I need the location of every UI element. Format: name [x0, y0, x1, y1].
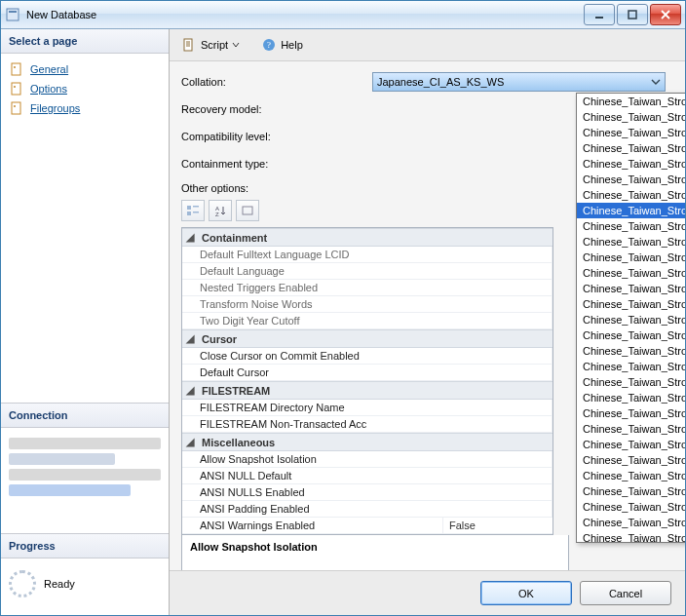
propgrid-row[interactable]: Default Cursor — [182, 365, 553, 381]
page-icon — [9, 100, 24, 116]
connection-info-line — [9, 484, 131, 496]
property-grid[interactable]: ◢ContainmentDefault Fulltext Language LC… — [181, 227, 553, 535]
dropdown-item[interactable]: Chinese_Taiwan_Stroke_90_CS_AI_KS_SC — [577, 94, 685, 109]
propgrid-row[interactable]: FILESTREAM Directory Name — [182, 400, 553, 416]
dropdown-item[interactable]: Chinese_Taiwan_Stroke_90_CS_AS_WS_SC — [577, 312, 685, 327]
property-pages-button[interactable] — [236, 200, 259, 221]
propgrid-row[interactable]: ANSI NULL Default — [182, 468, 553, 484]
window-title: New Database — [26, 9, 582, 20]
propgrid-row-name: Allow Snapshot Isolation — [182, 451, 553, 467]
propgrid-row[interactable]: Transform Noise Words — [182, 296, 553, 313]
dropdown-item[interactable]: Chinese_Taiwan_Stroke_CS_AI — [577, 483, 685, 499]
propgrid-row-name: Default Language — [182, 263, 553, 279]
dropdown-item[interactable]: Chinese_Taiwan_Stroke_90_CS_AS_KS — [577, 218, 685, 234]
categorized-view-button[interactable] — [181, 200, 205, 221]
svg-text:Z: Z — [215, 212, 219, 216]
collapse-icon: ◢ — [186, 384, 198, 397]
svg-point-9 — [14, 105, 16, 107]
svg-point-5 — [14, 66, 16, 68]
dropdown-item[interactable]: Chinese_Taiwan_Stroke_CS_AI_KS — [577, 499, 685, 515]
collation-dropdown-list[interactable]: Chinese_Taiwan_Stroke_90_CS_AI_KS_SCChin… — [577, 94, 685, 542]
propgrid-category[interactable]: ◢Miscellaneous — [182, 433, 553, 451]
dropdown-item[interactable]: Chinese_Taiwan_Stroke_90_CS_AI_SC — [577, 140, 685, 156]
dropdown-item[interactable]: Chinese_Taiwan_Stroke_90_CS_AI_WS_SC — [577, 172, 685, 187]
sidebar-page-item[interactable]: General — [5, 59, 165, 79]
collapse-icon: ◢ — [186, 332, 198, 345]
propgrid-row[interactable]: ANSI Padding Enabled — [182, 501, 553, 518]
dropdown-item[interactable]: Chinese_Taiwan_Stroke_BIN2 — [577, 343, 685, 359]
dropdown-item[interactable]: Chinese_Taiwan_Stroke_CI_AS_KS_WS — [577, 452, 685, 468]
alphabetical-view-button[interactable]: AZ — [209, 200, 232, 221]
svg-rect-3 — [629, 11, 636, 19]
dropdown-item[interactable]: Chinese_Taiwan_Stroke_CS_AI_WS — [577, 530, 685, 542]
cancel-button[interactable]: Cancel — [580, 581, 671, 605]
dropdown-item[interactable]: Chinese_Taiwan_Stroke_90_CS_AS_KS_SC — [577, 234, 685, 250]
dropdown-item[interactable]: Chinese_Taiwan_Stroke_CI_AS_KS — [577, 437, 685, 452]
propgrid-row[interactable]: Default Fulltext Language LCID — [182, 247, 553, 263]
collation-row: Collation: — [181, 71, 673, 93]
collation-dropdown[interactable]: Chinese_Taiwan_Stroke_90_CS_AI_KS_SCChin… — [576, 93, 685, 543]
chevron-down-icon[interactable] — [648, 74, 664, 90]
ok-button[interactable]: OK — [480, 581, 572, 605]
svg-text:?: ? — [267, 40, 271, 50]
page-icon — [9, 81, 24, 96]
dropdown-item[interactable]: Chinese_Taiwan_Stroke_CI_AI_KS — [577, 374, 685, 390]
propgrid-row[interactable]: FILESTREAM Non-Transacted Acc — [182, 416, 553, 433]
dropdown-item[interactable]: Chinese_Taiwan_Stroke_90_CS_AI_KS_WS — [577, 109, 685, 125]
sidebar-page-label: Filegroups — [30, 102, 80, 114]
script-label: Script — [201, 39, 228, 51]
dropdown-item[interactable]: Chinese_Taiwan_Stroke_BIN — [577, 327, 685, 343]
propgrid-row[interactable]: ANSI NULLS Enabled — [182, 484, 553, 501]
dropdown-item[interactable]: Chinese_Taiwan_Stroke_CI_AS — [577, 421, 685, 437]
propgrid-category[interactable]: ◢Cursor — [182, 329, 553, 348]
propgrid-row[interactable]: Nested Triggers Enabled — [182, 280, 553, 296]
close-button[interactable] — [650, 4, 681, 25]
dropdown-item[interactable]: Chinese_Taiwan_Stroke_90_CS_AS_KS_WS — [577, 250, 685, 265]
svg-rect-6 — [12, 83, 20, 95]
svg-rect-8 — [12, 102, 20, 114]
propgrid-category[interactable]: ◢Containment — [182, 228, 553, 247]
propgrid-row[interactable]: ANSI Warnings EnabledFalse — [182, 518, 553, 534]
connection-info-line — [9, 469, 161, 481]
svg-rect-2 — [595, 17, 603, 19]
dialog-window: New Database Select a page GeneralOption… — [0, 0, 686, 616]
dropdown-item[interactable]: Chinese_Taiwan_Stroke_90_CS_AS_KS_WS_SC — [577, 265, 685, 281]
dropdown-item[interactable]: Chinese_Taiwan_Stroke_CS_AI_KS_WS — [577, 515, 685, 530]
dropdown-item[interactable]: Chinese_Taiwan_Stroke_90_CS_AI_KS_WS_SC — [577, 125, 685, 140]
dropdown-item[interactable]: Chinese_Taiwan_Stroke_CI_AS_WS — [577, 468, 685, 483]
propgrid-row-name: FILESTREAM Directory Name — [182, 400, 553, 415]
help-label: Help — [281, 39, 303, 51]
propgrid-row[interactable]: Close Cursor on Commit Enabled — [182, 348, 553, 365]
recovery-label: Recovery model: — [181, 103, 372, 115]
propgrid-row[interactable]: Two Digit Year Cutoff — [182, 313, 553, 329]
dropdown-item[interactable]: Chinese_Taiwan_Stroke_CI_AI_KS_WS — [577, 390, 685, 405]
collation-label: Collation: — [181, 76, 372, 88]
page-icon — [9, 61, 24, 77]
sidebar-page-item[interactable]: Options — [5, 79, 165, 98]
dropdown-item[interactable]: Chinese_Taiwan_Stroke_90_CS_AS — [577, 203, 685, 218]
maximize-button[interactable] — [617, 4, 648, 25]
collapse-icon: ◢ — [186, 436, 198, 448]
collation-combobox[interactable] — [372, 72, 666, 92]
sidebar-page-item[interactable]: Filegroups — [5, 98, 165, 118]
propgrid-row-name: ANSI NULLS Enabled — [182, 484, 553, 500]
propgrid-category[interactable]: ◢FILESTREAM — [182, 381, 553, 400]
collation-input[interactable] — [372, 72, 666, 92]
collapse-icon: ◢ — [186, 231, 198, 244]
script-button[interactable]: Script — [177, 35, 244, 55]
dropdown-item[interactable]: Chinese_Taiwan_Stroke_90_CS_AI_WS — [577, 156, 685, 172]
compatibility-label: Compatibility level: — [181, 131, 372, 142]
propgrid-row[interactable]: Default Language — [182, 263, 553, 280]
main-panel: Script ? Help Collation: — [170, 29, 685, 615]
dropdown-item[interactable]: Chinese_Taiwan_Stroke_CI_AI — [577, 359, 685, 374]
dropdown-item[interactable]: Chinese_Taiwan_Stroke_CI_AI_WS — [577, 405, 685, 421]
dropdown-item[interactable]: Chinese_Taiwan_Stroke_90_CS_AS_SC — [577, 281, 685, 296]
dropdown-item[interactable]: Chinese_Taiwan_Stroke_90_CS_AS_WS — [577, 296, 685, 312]
dropdown-item[interactable]: Chinese_Taiwan_Stroke_90_CS_AS — [577, 187, 685, 203]
help-button[interactable]: ? Help — [257, 35, 307, 55]
connection-header: Connection — [1, 404, 169, 428]
propgrid-category-name: Miscellaneous — [202, 437, 275, 448]
svg-point-7 — [14, 86, 16, 88]
minimize-button[interactable] — [584, 4, 615, 25]
propgrid-row[interactable]: Allow Snapshot Isolation — [182, 451, 553, 468]
